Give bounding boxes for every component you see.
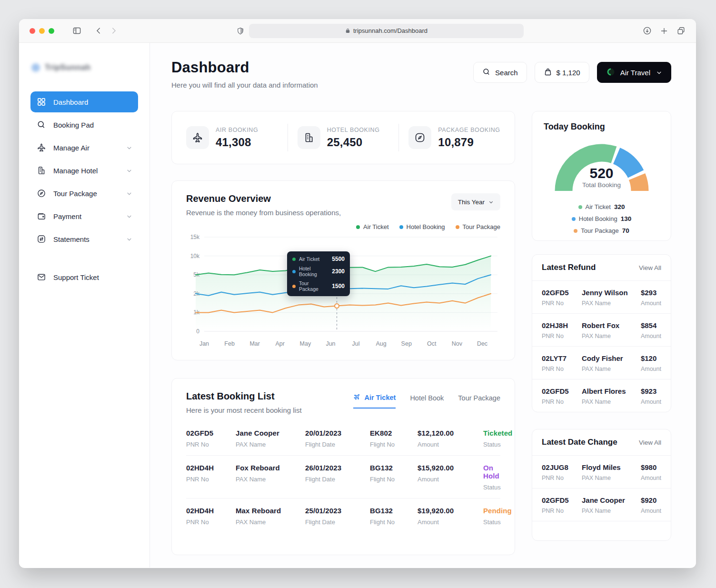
privacy-shield-icon[interactable] (237, 27, 244, 35)
date-change-row[interactable]: 02GFD5PNR No Jane CooperPAX Name $920Amo… (532, 488, 671, 521)
new-tab-icon[interactable] (660, 27, 668, 35)
minimize-window-button[interactable] (39, 28, 45, 34)
booking-row[interactable]: 02HD4HPNR No Fox ReboardPAX Name 26/01/2… (186, 456, 500, 498)
forward-button[interactable] (109, 27, 118, 35)
globe-icon (606, 67, 616, 78)
chevron-down-icon (126, 168, 132, 174)
chart-tooltip: Air Ticket5500 Hotel Booking2300 Tour Pa… (287, 251, 350, 296)
legend-item-hotel-booking: Hotel Booking130 (572, 215, 631, 222)
today-booking-title: Today Booking (544, 122, 659, 132)
stat-value: 10,879 (438, 136, 500, 149)
address-bar[interactable]: tripsunnah.com/Dashboard (249, 24, 524, 38)
bag-icon (544, 68, 552, 78)
stat-label: AIR BOOKING (216, 127, 258, 133)
sidebar-item-payment[interactable]: Payment (30, 206, 138, 227)
lock-icon (345, 28, 350, 34)
refund-row[interactable]: 02GFD5PNR No Albert FloresPAX Name $923A… (532, 379, 671, 412)
svg-text:Dec: Dec (477, 340, 487, 347)
stat-label: HOTEL BOOKING (327, 127, 380, 133)
period-dropdown[interactable]: This Year (451, 193, 500, 210)
stat-value: 41,308 (216, 136, 258, 149)
sidebar-item-manage-air[interactable]: Manage Air (30, 137, 138, 158)
search-button[interactable]: Search (473, 62, 527, 83)
compass-icon (36, 189, 47, 198)
legend-item-tour-package: Tour Package70 (574, 227, 629, 234)
envelope-icon (36, 272, 47, 282)
svg-text:Nov: Nov (452, 340, 463, 347)
legend-item-hotel-booking: Hotel Booking (399, 223, 445, 230)
sidebar-item-manage-hotel[interactable]: Manage Hotel (30, 160, 138, 181)
refund-row[interactable]: 02LYT7PNR No Cody FisherPAX Name $120Amo… (532, 347, 671, 379)
window-controls (30, 28, 54, 34)
revenue-chart[interactable]: 01k2k5k10k15kJanFebMarAprMayJunJulAugSep… (186, 232, 500, 350)
page-subtitle: Here you will find all your data and inf… (171, 81, 318, 89)
refund-row[interactable]: 02HJ8HPNR No Robert FoxPAX Name $854Amou… (532, 314, 671, 347)
sidebar-item-dashboard[interactable]: Dashboard (30, 91, 138, 112)
legend-item-air-ticket: Air Ticket320 (578, 203, 625, 210)
tab-overview-icon[interactable] (676, 26, 686, 35)
sidebar-item-label: Payment (53, 212, 119, 220)
browser-window: tripsunnah.com/Dashboard TripSunnah (19, 19, 696, 568)
today-booking-gauge: 520 Total Booking (547, 135, 656, 196)
search-button-label: Search (495, 69, 518, 77)
plane-icon (186, 126, 209, 149)
sidebar-item-statements[interactable]: Statements (30, 229, 138, 249)
sidebar-item-booking-pad[interactable]: Booking Pad (30, 114, 138, 135)
svg-text:Jun: Jun (326, 340, 335, 347)
svg-text:Jul: Jul (352, 340, 360, 347)
total-booking-value: 520 (547, 165, 656, 181)
latest-date-change-title: Latest Date Change (542, 438, 617, 447)
stat-package-booking: PACKAGE BOOKING 10,879 (399, 126, 510, 149)
svg-text:Feb: Feb (224, 340, 235, 347)
sidebar-toggle-icon[interactable] (72, 26, 81, 35)
status-badge: Ticketed (483, 429, 512, 437)
date-change-row[interactable] (532, 521, 671, 540)
stat-hotel-booking: HOTEL BOOKING 25,450 (288, 126, 399, 149)
booking-list-title: Latest Booking List (186, 391, 302, 402)
search-icon (36, 120, 47, 130)
svg-text:Sep: Sep (401, 340, 412, 347)
sidebar-item-support-ticket[interactable]: Support Ticket (30, 267, 138, 288)
downloads-icon[interactable] (643, 26, 652, 35)
revenue-title: Revenue Overview (186, 193, 341, 204)
sidebar: TripSunnah Dashboard Booking Pad (19, 43, 150, 568)
statements-icon (36, 234, 47, 244)
view-all-link[interactable]: View All (639, 439, 661, 446)
back-button[interactable] (95, 27, 103, 35)
refund-row[interactable]: 02GFD5PNR No Jenny WilsonPAX Name $293Am… (532, 281, 671, 314)
main-content: Dashboard Here you will find all your da… (150, 43, 696, 568)
date-change-row[interactable]: 02JUG8PNR No Floyd MilesPAX Name $980Amo… (532, 456, 671, 488)
sidebar-item-tour-package[interactable]: Tour Package (30, 183, 138, 204)
status-badge: On Hold (483, 464, 501, 480)
legend-item-air-ticket: Air Ticket (356, 223, 388, 230)
svg-text:Oct: Oct (427, 340, 437, 347)
tab-tour-package[interactable]: Tour Package (458, 394, 500, 408)
svg-text:Aug: Aug (376, 340, 387, 347)
tab-hotel-book[interactable]: Hotel Book (410, 394, 444, 408)
total-booking-label: Total Booking (547, 181, 656, 189)
close-window-button[interactable] (30, 28, 35, 34)
zoom-window-button[interactable] (49, 28, 54, 34)
sidebar-item-label: Dashboard (53, 98, 132, 106)
svg-text:Mar: Mar (249, 340, 260, 347)
booking-row[interactable]: 02HD4HPNR No Max ReboardPAX Name 25/01/2… (186, 498, 500, 533)
status-badge: Pending (483, 507, 512, 515)
search-icon (482, 68, 491, 78)
tab-air-ticket[interactable]: Air Ticket (353, 393, 396, 409)
sidebar-item-label: Manage Air (53, 144, 119, 152)
chevron-down-icon (126, 145, 132, 151)
travel-type-dropdown[interactable]: Air Travel (597, 62, 671, 83)
latest-booking-card: Latest Booking List Here is your most re… (171, 378, 515, 555)
legend-item-tour-package: Tour Package (456, 223, 501, 230)
view-all-link[interactable]: View All (639, 264, 661, 271)
wallet-balance-button[interactable]: $ 1,120 (535, 62, 589, 83)
revenue-legend: Air Ticket Hotel Booking Tour Package (186, 223, 500, 230)
revenue-overview-card: Revenue Overview Revenue is the money fr… (171, 180, 515, 360)
sidebar-item-label: Booking Pad (53, 121, 132, 129)
booking-row[interactable]: 02GFD5PNR No Jane CooperPAX Name 20/01/2… (186, 421, 500, 456)
sidebar-item-label: Support Ticket (53, 273, 132, 281)
compass-icon (408, 126, 431, 149)
today-booking-card: Today Booking 520 Total Booking Air Tick… (532, 111, 671, 241)
chevron-down-icon (126, 236, 132, 242)
hotel-icon (298, 126, 320, 149)
